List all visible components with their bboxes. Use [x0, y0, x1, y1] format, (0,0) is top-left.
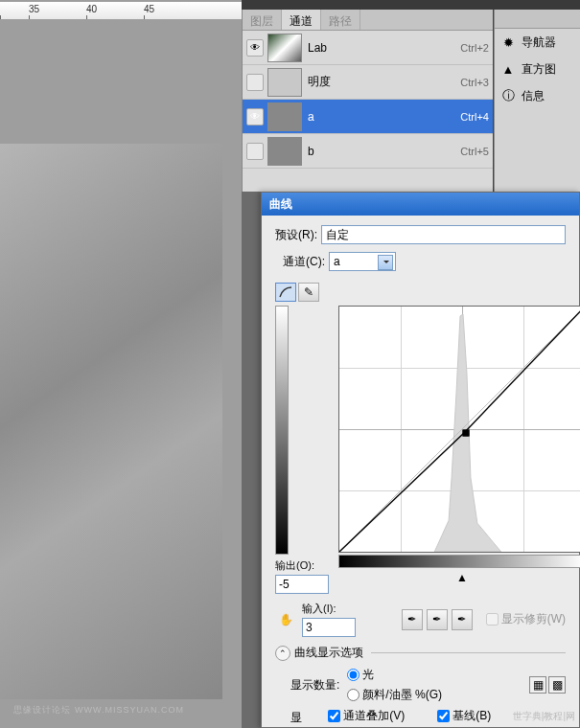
expander-toggle[interactable]: ⌃ [275, 646, 290, 661]
side-icon-panel: ✹导航器 ▲直方图 ⓘ信息 [494, 10, 580, 192]
ruler-horizontal: 35 40 45 [0, 2, 242, 19]
display-amount-label: 显示数量: [290, 677, 339, 694]
tab-layers[interactable]: 图层 [243, 10, 282, 30]
channel-row-lab[interactable]: 👁 Lab Ctrl+2 [243, 31, 493, 65]
show-clipping-check[interactable]: 显示修剪(W) [486, 611, 566, 627]
preset-combo[interactable] [321, 225, 566, 244]
app-bar [242, 0, 580, 10]
channel-label: 通道(C): [283, 254, 325, 270]
channel-shortcut: Ctrl+2 [460, 42, 489, 54]
eye-icon[interactable] [246, 143, 264, 160]
check-channel-overlay[interactable]: 通道叠加(V) [328, 708, 424, 724]
watermark-2: 世字典|教程|网 [513, 710, 575, 723]
channel-name: a [308, 110, 460, 124]
output-label: 输出(O): [275, 558, 333, 573]
eyedropper-white-icon[interactable]: ✒ [452, 609, 473, 630]
curves-dialog: 曲线 预设(R): 通道(C): a ✎ 输出(O): [261, 192, 580, 728]
channel-shortcut: Ctrl+4 [460, 111, 489, 123]
input-field[interactable] [302, 618, 356, 637]
document-image[interactable] [0, 144, 222, 699]
channel-row-lightness[interactable]: 明度 Ctrl+3 [243, 65, 493, 100]
radio-pigment[interactable]: 颜料/油墨 %(G) [347, 687, 442, 703]
eye-icon[interactable] [246, 74, 264, 91]
output-gradient [275, 306, 289, 555]
channel-shortcut: Ctrl+3 [460, 77, 489, 88]
channel-name: b [308, 145, 460, 158]
tab-paths[interactable]: 路径 [321, 10, 360, 30]
channel-thumb [267, 68, 302, 97]
input-label: 输入(I): [302, 602, 360, 616]
channel-row-b[interactable]: b Ctrl+5 [243, 134, 493, 169]
info-icon: ⓘ [500, 88, 516, 103]
watermark: 思缘设计论坛WWW.MISSYUAN.COM [10, 703, 184, 717]
tab-channels[interactable]: 通道 [282, 10, 321, 30]
preset-label: 预设(R): [275, 227, 317, 243]
channel-name: 明度 [308, 74, 460, 90]
navigator-button[interactable]: ✹导航器 [495, 29, 580, 56]
grid-coarse-button[interactable]: ▦ [529, 676, 546, 694]
eye-icon[interactable]: 👁 [246, 39, 264, 57]
channel-row-a[interactable]: 👁 a Ctrl+4 [243, 100, 493, 134]
navigator-icon: ✹ [500, 34, 516, 50]
input-gradient [338, 555, 580, 568]
eyedropper-black-icon[interactable]: ✒ [402, 609, 423, 630]
dialog-title[interactable]: 曲线 [262, 193, 579, 216]
eye-icon[interactable]: 👁 [246, 108, 264, 125]
grid-fine-button[interactable]: ▩ [548, 676, 566, 694]
curves-grid[interactable] [338, 306, 580, 553]
display-options-label: 曲线显示选项 [294, 645, 363, 661]
display-label: 显示: [290, 710, 305, 728]
pencil-tool-button[interactable]: ✎ [298, 283, 319, 302]
radio-light[interactable]: 光 [347, 667, 442, 683]
curve-line [339, 307, 580, 552]
document-canvas: 35 40 45 思缘设计论坛WWW.MISSYUAN.COM [0, 0, 242, 728]
channels-panel: 图层 通道 路径 👁 Lab Ctrl+2 明度 Ctrl+3 👁 a Ctrl [242, 10, 494, 192]
hand-tool-icon[interactable]: ✋ [275, 609, 296, 630]
histogram-button[interactable]: ▲直方图 [495, 56, 580, 82]
panel-tabs: 图层 通道 路径 [243, 10, 493, 31]
curve-control-point[interactable] [462, 429, 469, 436]
channel-thumb [267, 102, 302, 131]
curve-tool-button[interactable] [275, 283, 296, 302]
histogram-icon: ▲ [500, 61, 516, 77]
svg-line-0 [339, 307, 580, 552]
channel-thumb [267, 34, 302, 62]
channel-name: Lab [308, 41, 460, 55]
channel-shortcut: Ctrl+5 [460, 146, 489, 157]
info-button[interactable]: ⓘ信息 [495, 82, 580, 109]
channel-thumb [267, 137, 302, 166]
eyedropper-gray-icon[interactable]: ✒ [427, 609, 448, 630]
channel-combo[interactable]: a [329, 252, 396, 271]
output-field[interactable] [275, 575, 329, 594]
